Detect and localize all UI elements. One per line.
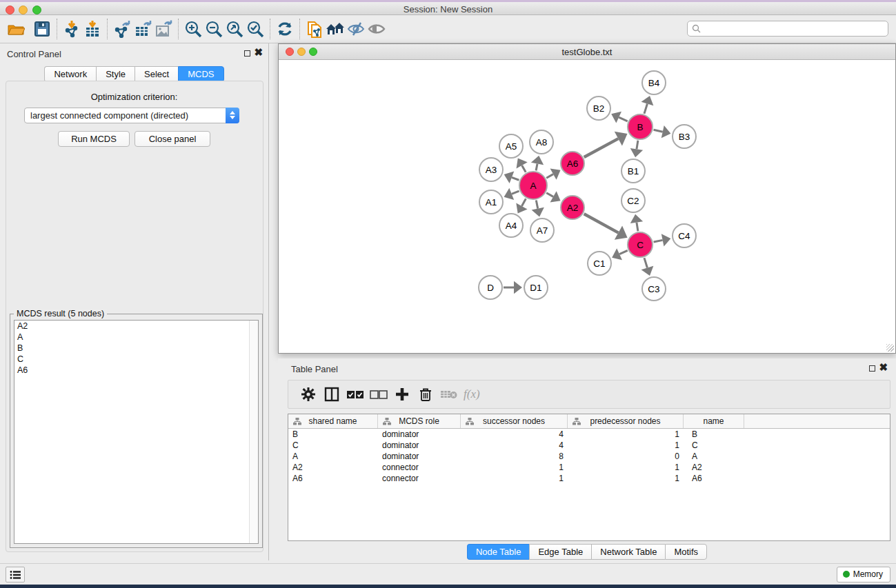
close-panel-button[interactable]: Close panel [135,131,210,147]
network-window-titlebar[interactable]: testGlobe.txt [279,44,895,60]
close-panel-icon[interactable]: ✖ [879,362,888,373]
table-row[interactable]: A2connector11A2 [288,462,890,473]
column-header-MCDS-role[interactable]: MCDS role [378,414,461,428]
column-header-predecessor-nodes[interactable]: predecessor nodes [568,414,684,428]
mcds-result-item[interactable]: A [14,332,258,343]
tab-style[interactable]: Style [96,66,135,82]
edge-A-A2[interactable] [546,193,553,197]
table-cell[interactable]: A6 [288,473,378,484]
scrollbar-track[interactable] [249,321,258,543]
network-graph[interactable]: AA1A2A3A4A5A6A7A8BB1B2B3B4CC1C2C3C4DD1 [279,60,895,353]
edge-A2-C[interactable] [584,214,619,232]
hide-graphics-details-button[interactable] [346,19,366,39]
create-column-button[interactable] [390,384,414,405]
delete-column-button[interactable] [414,384,437,405]
close-panel-icon[interactable]: ✖ [254,47,263,58]
open-session-button[interactable] [6,19,26,39]
zoom-in-button[interactable] [183,19,203,39]
table-cell[interactable]: C [684,440,744,451]
table-cell[interactable]: connector [378,473,461,484]
refresh-button[interactable] [275,19,295,39]
run-mcds-button[interactable]: Run MCDS [58,131,130,147]
table-cell[interactable]: 1 [461,473,568,484]
table-cell[interactable]: A2 [288,462,378,473]
tab-select[interactable]: Select [135,66,178,82]
edge-B-B4[interactable] [644,104,647,114]
tab-node-table[interactable]: Node Table [467,544,530,560]
tab-motifs[interactable]: Motifs [665,544,707,560]
table-settings-button[interactable] [297,384,320,405]
edge-A-A3[interactable] [512,177,519,180]
table-cell[interactable]: 4 [461,440,568,451]
save-session-button[interactable] [32,19,52,39]
import-network-button[interactable] [61,19,82,39]
task-history-button[interactable] [6,567,25,582]
table-cell[interactable]: 1 [461,462,568,473]
delete-table-button[interactable] [437,384,461,405]
mcds-result-item[interactable]: A6 [14,365,258,376]
edge-C-C2[interactable] [637,223,638,232]
mcds-result-item[interactable]: B [14,343,258,354]
mcds-result-item[interactable]: C [14,354,258,365]
network-from-clipboard-button[interactable] [304,19,325,39]
edge-A-A4[interactable] [521,199,526,206]
memory-button[interactable]: Memory [837,567,890,582]
table-cell[interactable]: dominator [378,429,461,440]
select-all-columns-button[interactable] [344,384,367,405]
column-header-successor-nodes[interactable]: successor nodes [461,414,568,428]
table-cell[interactable]: A6 [684,473,744,484]
table-cell[interactable]: 8 [461,451,568,462]
function-builder-button[interactable]: f(x) [464,387,480,401]
table-row[interactable]: Cdominator41C [288,440,890,451]
column-header-name[interactable]: name [684,414,744,428]
table-cell[interactable]: 1 [568,462,684,473]
edge-A6-B[interactable] [584,139,619,157]
table-cell[interactable]: 4 [461,429,568,440]
tab-network-table[interactable]: Network Table [591,544,665,560]
export-table-button[interactable] [132,19,153,39]
float-panel-icon[interactable] [244,50,250,57]
export-image-button[interactable] [153,19,174,39]
table-cell[interactable]: 0 [568,451,684,462]
edge-C-C3[interactable] [644,258,647,267]
tab-edge-table[interactable]: Edge Table [529,544,591,560]
show-hide-button[interactable] [366,19,387,39]
search-input[interactable] [687,21,888,37]
edge-A-A5[interactable] [522,165,526,172]
show-all-networks-button[interactable] [325,19,346,39]
mcds-result-item[interactable]: A2 [14,321,258,332]
edge-B-B1[interactable] [637,141,638,150]
table-cell[interactable]: 1 [568,440,684,451]
edge-A-A1[interactable] [512,191,519,194]
table-cell[interactable]: C [288,440,378,451]
table-cell[interactable]: 1 [568,429,684,440]
tab-network[interactable]: Network [44,66,96,82]
edge-B-B2[interactable] [619,117,628,121]
table-row[interactable]: A6connector11A6 [288,473,890,484]
zoom-fit-button[interactable] [224,19,245,39]
window-resize-grip[interactable] [886,344,894,352]
table-cell[interactable]: dominator [378,440,461,451]
column-header-shared-name[interactable]: shared name [288,414,378,428]
import-table-button[interactable] [82,19,103,39]
zoom-out-button[interactable] [203,19,224,39]
table-cell[interactable]: A2 [684,462,744,473]
edge-A-A6[interactable] [546,174,553,179]
tab-mcds[interactable]: MCDS [178,66,223,82]
network-canvas[interactable]: AA1A2A3A4A5A6A7A8BB1B2B3B4CC1C2C3C4DD1 [279,60,895,353]
edge-C-C4[interactable] [654,240,663,242]
table-cell[interactable]: B [288,429,378,440]
table-cell[interactable]: A [288,451,378,462]
node-table[interactable]: shared nameMCDS rolesuccessor nodesprede… [288,414,890,541]
table-row[interactable]: Bdominator41B [288,429,890,440]
edge-A-A8[interactable] [536,163,537,170]
table-cell[interactable]: 1 [568,473,684,484]
table-cell[interactable]: connector [378,462,461,473]
table-cell[interactable]: A [684,451,744,462]
export-network-button[interactable] [112,19,132,39]
mcds-result-list[interactable]: A2ABCA6 [14,320,259,544]
edge-B-B3[interactable] [654,130,663,132]
unselect-all-columns-button[interactable] [367,384,390,405]
edge-A-A7[interactable] [536,201,537,209]
float-panel-icon[interactable] [869,365,875,372]
